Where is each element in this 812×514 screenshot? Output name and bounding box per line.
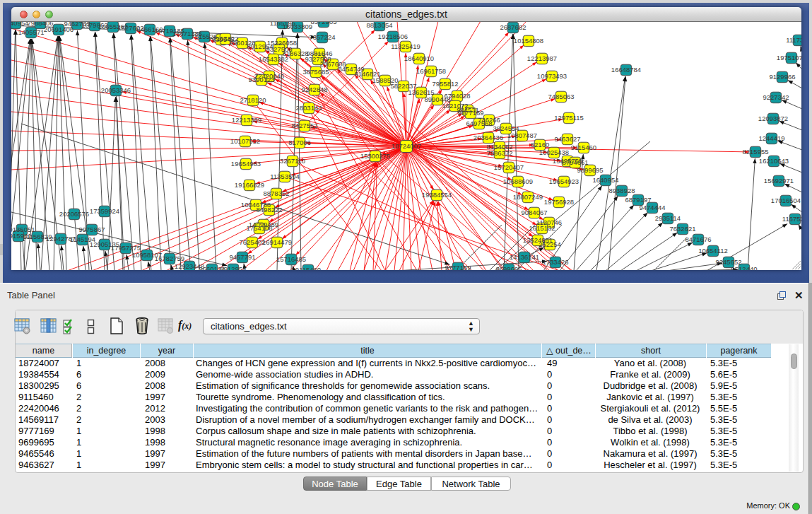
svg-text:252254: 252254 [539,240,561,248]
svg-text:20206576: 20206576 [59,210,89,218]
svg-text:2687682: 2687682 [500,23,526,31]
svg-text:16782759: 16782759 [155,255,184,262]
svg-text:15720407: 15720407 [494,163,524,171]
svg-text:7955812: 7955812 [433,80,459,88]
svg-text:9457791: 9457791 [230,253,256,261]
svg-text:16961758: 16961758 [416,67,446,75]
svg-text:9390123: 9390123 [249,76,275,83]
svg-text:1405571: 1405571 [18,28,45,36]
svg-text:8938928: 8938928 [609,187,635,194]
svg-text:12213389: 12213389 [232,116,261,124]
svg-text:9975867: 9975867 [79,226,105,233]
svg-text:19751074: 19751074 [777,54,801,62]
svg-text:10107552: 10107552 [230,137,260,145]
svg-text:8215955: 8215955 [743,148,769,156]
svg-text:19384554: 19384554 [422,191,452,199]
svg-text:8794661: 8794661 [563,158,589,166]
svg-text:15300275: 15300275 [360,152,390,160]
svg-text:10688609: 10688609 [503,177,533,185]
svg-text:16914479: 16914479 [262,238,292,246]
svg-text:9115460: 9115460 [295,266,321,270]
svg-text:12213987: 12213987 [527,54,557,62]
svg-text:9699695: 9699695 [496,265,522,270]
svg-text:2718120: 2718120 [240,96,266,104]
svg-text:9463627: 9463627 [555,135,581,143]
svg-text:10025438: 10025438 [539,148,569,156]
svg-text:8498222: 8498222 [257,206,283,214]
svg-text:8471676: 8471676 [686,235,712,243]
svg-text:20053346: 20053346 [101,86,131,94]
svg-text:1754108: 1754108 [247,224,273,232]
svg-text:7485063: 7485063 [548,93,575,100]
svg-text:8813054: 8813054 [367,22,393,29]
svg-text:17016504: 17016504 [771,197,801,204]
svg-text:2803144: 2803144 [296,104,322,112]
svg-text:9227342: 9227342 [763,93,789,101]
svg-text:1640954: 1640954 [593,176,619,184]
svg-text:18640910: 18640910 [404,54,434,62]
svg-text:16033809: 16033809 [283,23,312,30]
svg-text:19166829: 19166829 [235,181,264,189]
svg-text:9899695: 9899695 [577,166,604,174]
svg-text:1615132: 1615132 [529,224,555,232]
svg-text:9115460: 9115460 [571,144,596,151]
svg-text:8372905: 8372905 [311,22,337,25]
svg-text:16543382: 16543382 [259,55,288,63]
svg-text:7632621: 7632621 [670,225,696,233]
svg-text:10654112: 10654112 [698,247,728,255]
svg-text:9474444: 9474444 [640,204,666,211]
svg-text:15716485: 15716485 [276,255,306,263]
svg-text:8878352: 8878352 [264,189,290,197]
svg-text:19654983: 19654983 [231,160,261,168]
svg-text:7986372: 7986372 [487,149,513,157]
svg-text:12093872: 12093872 [758,115,788,122]
svg-text:8427552: 8427552 [292,122,318,129]
svg-text:16648784: 16648784 [611,66,641,74]
svg-text:16210643: 16210643 [759,157,789,165]
svg-text:62160: 62160 [531,141,549,148]
svg-text:9084067: 9084067 [522,209,548,216]
svg-text:10807487: 10807487 [507,132,537,139]
svg-text:1244419: 1244419 [759,134,785,142]
svg-text:19756928: 19756928 [544,198,574,206]
svg-text:18724007: 18724007 [392,142,421,150]
svg-text:6794028: 6794028 [445,92,471,100]
svg-text:2935114: 2935114 [655,214,681,222]
svg-text:1733426: 1733426 [543,258,569,266]
svg-text:7357224: 7357224 [310,33,336,41]
svg-text:19654923: 19654923 [549,177,579,185]
svg-text:9129966: 9129966 [770,73,796,81]
svg-text:1640954: 1640954 [11,22,28,27]
svg-text:14136141: 14136141 [510,253,539,261]
svg-text:12975115: 12975115 [554,114,584,122]
svg-text:10973493: 10973493 [537,72,567,80]
svg-text:18807249: 18807249 [513,193,543,201]
svg-text:17359924: 17359924 [90,207,119,215]
svg-text:6879197: 6879197 [625,196,652,204]
svg-text:1167533: 1167533 [782,215,801,223]
svg-text:20364436: 20364436 [473,134,503,141]
svg-text:817006: 817006 [288,139,311,146]
svg-text:3267110: 3267110 [280,157,305,165]
svg-text:9512440: 9512440 [731,265,758,270]
svg-text:11325419: 11325419 [391,42,420,50]
svg-text:9242848: 9242848 [302,86,328,93]
svg-text:11353594: 11353594 [270,173,300,180]
svg-text:10154808: 10154808 [514,37,543,45]
svg-text:1117333: 1117333 [786,36,801,44]
svg-text:8912954: 8912954 [220,265,247,270]
svg-text:15692971: 15692971 [764,177,794,185]
svg-text:6497568: 6497568 [466,119,493,127]
svg-text:3875685: 3875685 [303,68,329,76]
svg-text:9777169: 9777169 [445,264,471,270]
svg-text:19218506: 19218506 [378,33,408,40]
